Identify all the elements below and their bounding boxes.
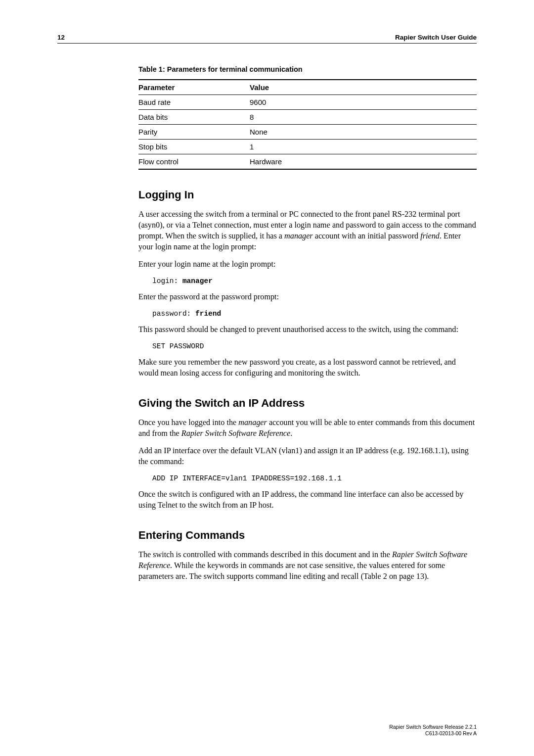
content-area: Table 1: Parameters for terminal communi… [138, 65, 477, 582]
body-paragraph: The switch is controlled with commands d… [138, 550, 477, 582]
table-header-row: Parameter Value [138, 80, 477, 95]
section-heading-logging-in: Logging In [138, 189, 477, 201]
code-block: SET PASSWORD [152, 342, 477, 350]
table-row: Parity None [138, 125, 477, 140]
section-heading-ip-address: Giving the Switch an IP Address [138, 397, 477, 410]
table-row: Flow control Hardware [138, 154, 477, 170]
page-number: 12 [57, 34, 65, 41]
page-header: 12 Rapier Switch User Guide [57, 34, 477, 44]
code-bold: friend [195, 310, 221, 318]
text-run: . While the keywords in commands are not… [138, 561, 445, 581]
table-cell-param: Baud rate [138, 95, 250, 110]
table-caption: Table 1: Parameters for terminal communi… [138, 65, 477, 73]
body-paragraph: Make sure you remember the new password … [138, 357, 477, 379]
body-paragraph: A user accessing the switch from a termi… [138, 209, 477, 252]
body-paragraph: This password should be changed to preve… [138, 325, 477, 335]
section-heading-entering-commands: Entering Commands [138, 529, 477, 542]
body-paragraph: Once the switch is configured with an IP… [138, 489, 477, 511]
table-cell-value: None [250, 125, 477, 140]
table-header-value: Value [250, 80, 477, 95]
footer-line-2: C613-02013-00 Rev A [389, 730, 477, 737]
code-text: login: [152, 277, 182, 285]
text-run: account with an initial password [313, 232, 421, 240]
code-text: password: [152, 310, 195, 318]
table-cell-param: Data bits [138, 110, 250, 125]
table-header-parameter: Parameter [138, 80, 250, 95]
doc-title: Rapier Switch User Guide [395, 34, 477, 41]
body-paragraph: Enter the password at the password promp… [138, 292, 477, 303]
table-cell-param: Parity [138, 125, 250, 140]
body-paragraph: Once you have logged into the manager ac… [138, 418, 477, 439]
table-row: Stop bits 1 [138, 140, 477, 154]
text-run: . [290, 429, 292, 438]
table-cell-param: Flow control [138, 154, 250, 170]
code-block: ADD IP INTERFACE=vlan1 IPADDRESS=192.168… [152, 474, 477, 482]
body-paragraph: Enter your login name at the login promp… [138, 259, 477, 270]
table-cell-value: 1 [250, 140, 477, 154]
code-block: login: manager [152, 277, 477, 285]
text-run: Once you have logged into the [138, 418, 238, 427]
text-run: The switch is controlled with commands d… [138, 550, 392, 559]
table-row: Baud rate 9600 [138, 95, 477, 110]
italic-text: Rapier Switch Software Reference [181, 429, 290, 438]
table-cell-value: 9600 [250, 95, 477, 110]
italic-text: manager [284, 232, 313, 240]
italic-text: friend [420, 232, 440, 240]
table-cell-param: Stop bits [138, 140, 250, 154]
page-footer: Rapier Switch Software Release 2.2.1 C61… [389, 724, 477, 737]
code-bold: manager [182, 277, 213, 285]
italic-text: manager [238, 418, 267, 427]
table-row: Data bits 8 [138, 110, 477, 125]
code-block: password: friend [152, 310, 477, 318]
table-cell-value: Hardware [250, 154, 477, 170]
body-paragraph: Add an IP interface over the default VLA… [138, 446, 477, 468]
parameters-table: Parameter Value Baud rate 9600 Data bits… [138, 79, 477, 170]
table-cell-value: 8 [250, 110, 477, 125]
page: 12 Rapier Switch User Guide Table 1: Par… [0, 0, 534, 756]
footer-line-1: Rapier Switch Software Release 2.2.1 [389, 724, 477, 731]
